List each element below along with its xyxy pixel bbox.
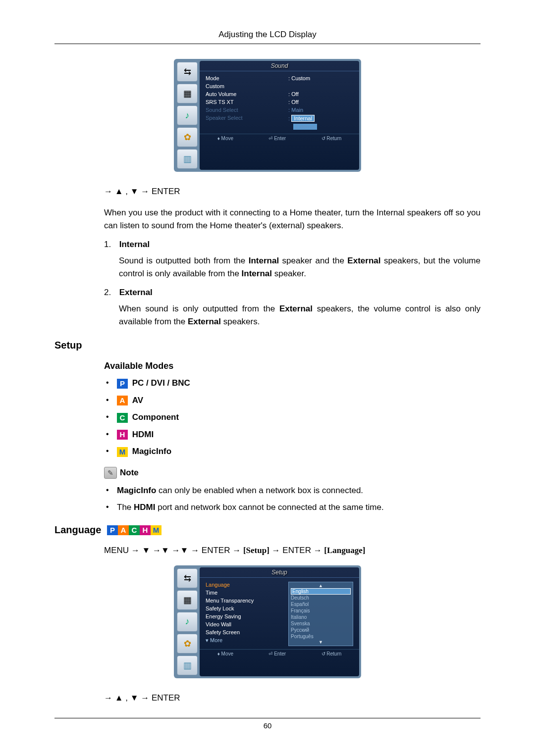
osd-tab-picture-icon: ▦ [177, 590, 198, 610]
dropdown-item: Español [291, 601, 351, 607]
note-icon: ✎ [104, 467, 117, 479]
dropdown-item: Русский [291, 627, 351, 633]
intro-paragraph: When you use the product with it connect… [104, 206, 481, 232]
osd-footer: ♦ Move ⏎ Enter ↺ Return [200, 649, 359, 658]
osd-setup-panel: ⇆ ▦ ♪ ✿ ▥ Setup Language Time Menu Trans… [174, 565, 361, 678]
osd-tab-input-icon: ⇆ [177, 568, 198, 588]
osd-sound-panel: ⇆ ▦ ♪ ✿ ▥ Sound Mode Custom Auto Volume … [174, 59, 361, 172]
list-title: Internal [119, 240, 150, 249]
page-number: 60 [54, 721, 481, 730]
mode-item: M MagicInfo [104, 447, 481, 457]
mode-item: C Component [104, 412, 481, 423]
osd-footer-enter: ⏎ Enter [268, 651, 286, 656]
available-modes-heading: Available Modes [104, 361, 481, 371]
osd-tab-picture-icon: ▦ [177, 84, 198, 103]
osd-tab-setup-icon: ✿ [177, 127, 198, 147]
list-number: 2. [104, 288, 117, 298]
mode-item: P PC / DVI / BNC [104, 378, 481, 389]
mode-item: A AV [104, 396, 481, 406]
list-item: 1. Internal Sound is outputted both from… [104, 240, 481, 280]
dropdown-arrow-down-icon: ▼ [291, 640, 351, 645]
dropdown-item: Svenska [291, 620, 351, 627]
dropdown-item: Português [291, 633, 351, 640]
osd-tab-multi-icon: ▥ [177, 655, 198, 675]
osd-more: ▾ More [206, 636, 283, 645]
osd-row-value: : Internal [288, 114, 353, 123]
list-number: 1. [104, 240, 117, 250]
osd-tab-sound-icon: ♪ [177, 612, 198, 632]
list-description: When sound is only outputted from the Ex… [119, 302, 481, 328]
osd-row-label: Custom [206, 82, 283, 90]
dropdown-item: Français [291, 607, 351, 614]
osd-row-label: Auto Volume [206, 90, 283, 98]
page: Adjusting the LCD Display ⇆ ▦ ♪ ✿ ▥ Soun… [0, 0, 535, 750]
osd-row-value: : Off [288, 90, 353, 98]
language-heading: Language P A C H M [54, 524, 481, 536]
note-heading: ✎ Note [104, 467, 481, 479]
setup-heading: Setup [54, 340, 481, 351]
nav-sequence: → ▲ , ▼ → ENTER [104, 693, 481, 703]
header-title: Adjusting the LCD Display [54, 30, 481, 44]
osd-row-value: : Off [288, 98, 353, 106]
mode-badge-m: M [151, 525, 161, 535]
osd-footer-return: ↺ Return [321, 651, 342, 656]
osd-footer-return: ↺ Return [321, 136, 342, 141]
mode-badge-c: C [129, 525, 140, 535]
osd-row-label: Time [206, 589, 283, 597]
modes-list: P PC / DVI / BNC A AV C Component H HDMI… [104, 378, 481, 457]
osd-row-value [288, 82, 353, 90]
footer-rule [54, 718, 481, 718]
osd-row-label: Language [206, 581, 283, 589]
mode-item: H HDMI [104, 430, 481, 440]
mode-badge-h: H [140, 525, 151, 535]
mode-badge-a: A [117, 396, 128, 405]
osd-row-label: Speaker Select [206, 114, 283, 122]
osd-extra-value: External [288, 123, 353, 131]
osd-setup-title: Setup [200, 567, 359, 578]
nav-sequence: → ▲ , ▼ → ENTER [104, 187, 481, 197]
osd-row-value: : Custom [288, 74, 353, 82]
dropdown-item: Deutsch [291, 595, 351, 601]
mode-badge-p: P [107, 525, 118, 535]
menu-path: MENU → ▼ →▼ →▼ → ENTER → [Setup] → ENTER… [104, 546, 481, 555]
osd-footer-move: ♦ Move [217, 136, 233, 141]
mode-badge-m: M [117, 447, 128, 457]
osd-tab-multi-icon: ▥ [177, 149, 198, 169]
osd-tab-column: ⇆ ▦ ♪ ✿ ▥ [176, 567, 200, 676]
osd-row-label: Safety Screen [206, 628, 283, 636]
osd-footer-enter: ⏎ Enter [268, 136, 286, 141]
note-label: Note [120, 468, 139, 478]
language-dropdown: ▲ English Deutsch Español Français Itali… [288, 582, 353, 646]
list-title: External [119, 288, 153, 297]
osd-row-label: Video Wall [206, 620, 283, 628]
list-description: Sound is outputted both from the Interna… [119, 254, 481, 280]
list-item: 2. External When sound is only outputted… [104, 288, 481, 328]
osd-row-label: Sound Select [206, 106, 283, 114]
osd-footer-move: ♦ Move [217, 651, 233, 656]
osd-row-label: SRS TS XT [206, 98, 283, 106]
osd-sound-title: Sound [200, 61, 359, 71]
notes-list: MagicInfo can only be enabled when a net… [104, 486, 481, 512]
osd-tab-sound-icon: ♪ [177, 105, 198, 125]
dropdown-item: English [291, 588, 351, 595]
osd-row-label: Energy Saving [206, 612, 283, 620]
osd-tab-setup-icon: ✿ [177, 634, 198, 654]
mode-badge-p: P [117, 379, 128, 389]
osd-row-label: Menu Transparency [206, 597, 283, 605]
header-rule [54, 44, 481, 44]
osd-row-label: Safety Lock [206, 605, 283, 612]
note-item: The HDMI port and network box cannot be … [104, 503, 481, 512]
osd-row-label: Mode [206, 74, 283, 82]
mode-badge-h: H [117, 430, 128, 440]
osd-row-value: : Main [288, 106, 353, 114]
mode-badge-c: C [117, 413, 128, 423]
dropdown-arrow-up-icon: ▲ [291, 583, 351, 588]
note-item: MagicInfo can only be enabled when a net… [104, 486, 481, 496]
dropdown-item: Italiano [291, 614, 351, 620]
language-mode-badges: P A C H M [107, 525, 161, 535]
osd-tab-column: ⇆ ▦ ♪ ✿ ▥ [176, 61, 200, 170]
osd-tab-input-icon: ⇆ [177, 62, 198, 82]
mode-badge-a: A [118, 525, 129, 535]
osd-footer: ♦ Move ⏎ Enter ↺ Return [200, 134, 359, 143]
